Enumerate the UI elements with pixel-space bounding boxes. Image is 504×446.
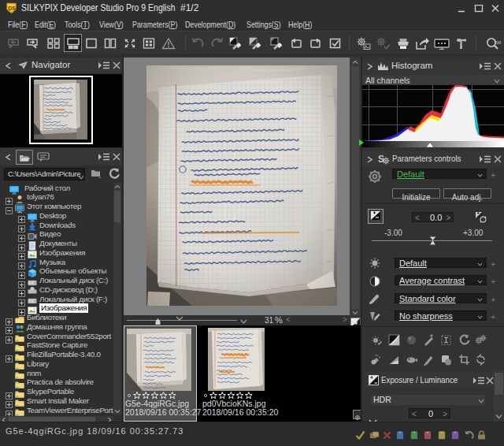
svg-text:OM: OM xyxy=(495,40,501,45)
